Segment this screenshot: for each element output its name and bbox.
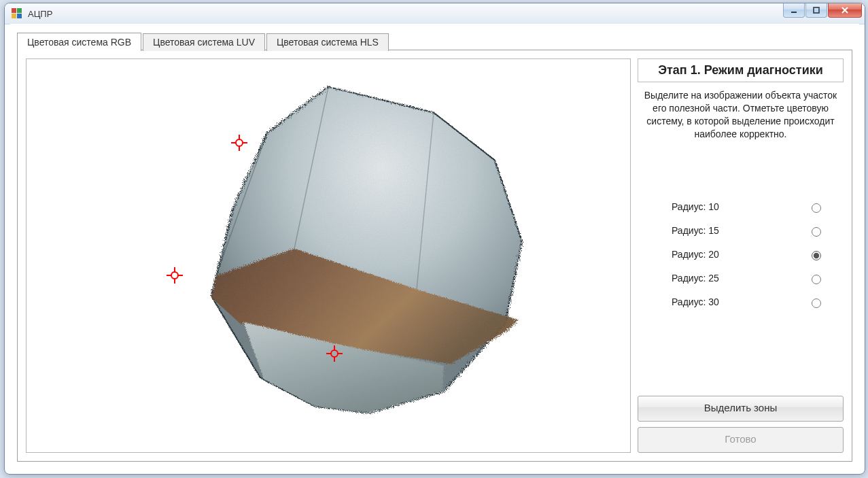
radius-radio-25[interactable]: [812, 275, 821, 284]
tab-rgb[interactable]: Цветовая система RGB: [17, 33, 141, 51]
rock-image: [124, 72, 532, 426]
stage-instructions: Выделите на изображении объекта участок …: [638, 82, 844, 141]
app-window: АЦПР Цветовая система RGB Цветовая систе…: [4, 3, 865, 475]
stage-title: Этап 1. Режим диагностики: [638, 58, 844, 82]
radius-label: Радиус: 30: [672, 296, 719, 307]
radius-radio-30[interactable]: [812, 298, 821, 308]
radius-radio-15[interactable]: [812, 227, 821, 237]
tab-panel: Этап 1. Режим диагностики Выделите на из…: [17, 50, 852, 462]
radius-option-15[interactable]: Радиус: 15: [672, 219, 837, 243]
radius-group: Радиус: 10 Радиус: 15 Радиус: 20 Радиус:…: [638, 195, 844, 314]
radius-radio-20[interactable]: [812, 251, 821, 260]
radius-radio-10[interactable]: [812, 203, 821, 213]
tabstrip: Цветовая система RGB Цветовая система LU…: [17, 32, 390, 50]
radius-option-10[interactable]: Радиус: 10: [672, 195, 837, 219]
tab-luv[interactable]: Цветовая система LUV: [143, 33, 265, 51]
tab-hls[interactable]: Цветовая система HLS: [266, 33, 389, 51]
close-button[interactable]: [828, 3, 862, 18]
maximize-button[interactable]: [805, 3, 827, 18]
radius-option-20[interactable]: Радиус: 20: [672, 243, 837, 267]
titlebar[interactable]: АЦПР: [5, 3, 865, 24]
minimize-button[interactable]: [783, 3, 805, 18]
select-zones-button[interactable]: Выделить зоны: [638, 396, 844, 422]
app-title: АЦПР: [28, 9, 52, 19]
radius-label: Радиус: 10: [672, 201, 719, 212]
app-icon: [12, 8, 22, 19]
radius-label: Радиус: 25: [672, 273, 719, 284]
done-button[interactable]: Готово: [638, 427, 844, 453]
radius-label: Радиус: 15: [672, 225, 719, 236]
client-area: Цветовая система RGB Цветовая система LU…: [10, 24, 859, 468]
image-viewport[interactable]: [26, 58, 631, 453]
radius-option-30[interactable]: Радиус: 30: [672, 290, 837, 314]
radius-label: Радиус: 20: [672, 249, 719, 260]
window-buttons: [782, 3, 862, 18]
svg-rect-1: [814, 7, 819, 13]
sidebar: Этап 1. Режим диагностики Выделите на из…: [638, 58, 844, 453]
radius-option-25[interactable]: Радиус: 25: [672, 267, 837, 290]
